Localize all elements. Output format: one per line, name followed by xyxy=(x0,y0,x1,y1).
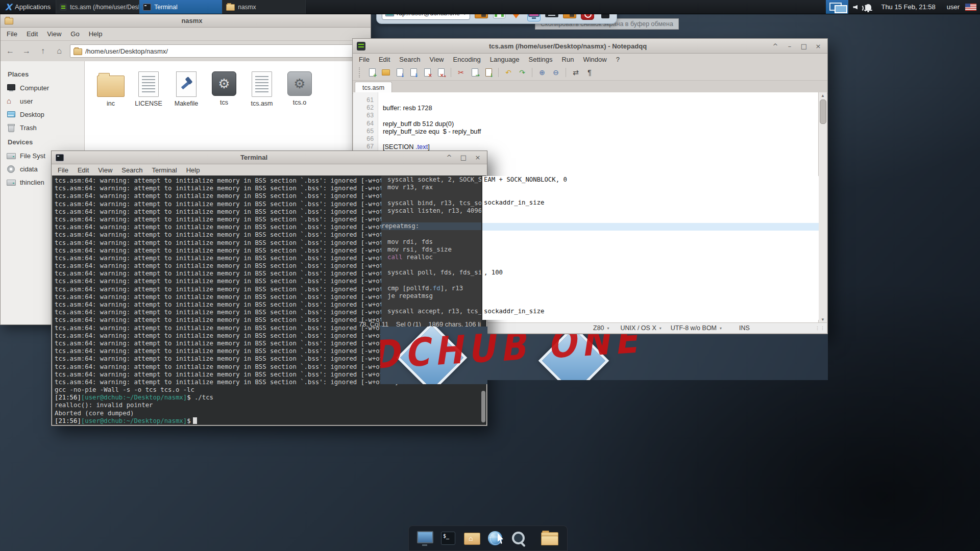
notifications-bell-icon[interactable] xyxy=(862,0,875,14)
scroll-down-icon[interactable]: ▼ xyxy=(819,317,827,322)
npp-menu-item[interactable]: Search xyxy=(399,56,420,63)
language-selector[interactable]: Z80▾ xyxy=(593,324,609,332)
dock-search-icon[interactable] xyxy=(510,530,527,547)
fm-titlebar[interactable]: nasmx xyxy=(1,14,371,28)
up-button[interactable]: ↑ xyxy=(37,46,48,56)
maximize-button[interactable]: □ xyxy=(458,154,469,161)
keyboard-layout-flag-icon[interactable] xyxy=(965,3,977,11)
places-header: Places xyxy=(8,70,84,78)
path-text: /home/user/Desktop/nasmx/ xyxy=(85,47,168,55)
terminal-prompt-line: [21:56][user@dchub:~/Desktop/nasmx]$ xyxy=(55,417,486,425)
terminal-scrollbar-thumb[interactable] xyxy=(481,391,485,422)
folder-icon xyxy=(226,4,235,11)
code-line: reply_buff db 512 dup(0) xyxy=(383,120,819,128)
encoding-selector[interactable]: UTF-8 w/o BOM▾ xyxy=(671,324,722,332)
fm-menu-item[interactable]: Go xyxy=(70,30,79,38)
close-file-icon[interactable]: × xyxy=(422,66,433,79)
redo-icon[interactable]: ↷ xyxy=(517,66,528,79)
file-item[interactable]: inc xyxy=(93,71,129,107)
fm-menu-item[interactable]: File xyxy=(7,30,17,38)
dock-home-icon[interactable]: ⌂ xyxy=(463,530,480,547)
shade-button[interactable]: ^ xyxy=(444,154,454,161)
terminal-menu-item[interactable]: File xyxy=(58,166,68,174)
terminal-menu-item[interactable]: Search xyxy=(121,166,142,174)
scroll-thumb[interactable] xyxy=(820,99,826,124)
open-file-icon[interactable] xyxy=(380,66,391,79)
terminal-menu-item[interactable]: View xyxy=(98,166,112,174)
xfce-logo-icon: X xyxy=(5,2,12,12)
npp-menu-item[interactable]: Edit xyxy=(379,56,390,63)
paste-icon[interactable]: ↓ xyxy=(483,66,494,79)
npp-menu-item[interactable]: Language xyxy=(490,56,520,63)
disc-icon xyxy=(7,165,16,173)
computer-icon xyxy=(7,84,16,92)
fm-menu-item[interactable]: View xyxy=(47,30,61,38)
sidebar-item-user[interactable]: ⌂ user xyxy=(7,94,84,108)
shade-button[interactable]: ^ xyxy=(770,42,780,50)
dock-display-icon[interactable] xyxy=(416,530,433,547)
tab-tcs-asm[interactable]: tcs.asm xyxy=(355,82,392,93)
terminal-menu-item[interactable]: Terminal xyxy=(152,166,177,174)
npp-menu-item[interactable]: ? xyxy=(616,56,620,63)
back-button[interactable]: ← xyxy=(5,46,16,56)
copy-icon[interactable]: → xyxy=(469,66,480,79)
clock[interactable]: Thu 15 Feb, 21:58 xyxy=(875,3,941,11)
code-fragment: , 100 xyxy=(484,269,503,277)
code-lines: buffer: resb 1728 reply_buff db 512 dup(… xyxy=(383,92,819,151)
npp-menu-item[interactable]: View xyxy=(430,56,444,63)
terminal-menu-item[interactable]: Help xyxy=(186,166,200,174)
terminal-titlebar[interactable]: Terminal ^ □ × xyxy=(52,151,487,164)
show-symbols-icon[interactable]: ¶ xyxy=(584,66,595,79)
sidebar-item-computer[interactable]: Computer xyxy=(7,81,84,94)
eol-selector[interactable]: UNIX / OS X▾ xyxy=(621,324,662,332)
sidebar-item-desktop[interactable]: Desktop xyxy=(7,108,84,121)
npp-menu-item[interactable]: File xyxy=(359,56,370,63)
new-file-icon[interactable]: + xyxy=(366,66,378,79)
volume-icon[interactable] xyxy=(848,0,862,14)
zoom-in-icon[interactable]: ⊕ xyxy=(536,66,548,79)
dock-files-icon[interactable] xyxy=(541,530,558,547)
top-panel: X Applications tcs.asm (/home/user/Deskt… xyxy=(0,0,980,14)
taskbar-button-notepadqq[interactable]: tcs.asm (/home/user/Deskt... xyxy=(56,0,139,14)
save-icon[interactable]: ↓ xyxy=(394,66,405,79)
file-item[interactable]: tcs.asm xyxy=(244,71,280,107)
current-line-highlight xyxy=(482,223,819,231)
npp-menu-item[interactable]: Settings xyxy=(529,56,553,63)
npp-titlebar[interactable]: tcs.asm (/home/user/Desktop/nasmx) - Not… xyxy=(353,39,827,54)
npp-scrollbar[interactable]: ▲ ▼ xyxy=(818,92,827,323)
minimize-button[interactable]: – xyxy=(785,42,795,50)
home-button[interactable]: ⌂ xyxy=(54,46,65,56)
applications-menu[interactable]: X Applications xyxy=(0,0,56,14)
forward-button[interactable]: → xyxy=(21,46,32,56)
sidebar-item-trash[interactable]: Trash xyxy=(7,121,84,134)
zoom-out-icon[interactable]: ⊖ xyxy=(550,66,561,79)
word-wrap-icon[interactable]: ⇄ xyxy=(570,66,581,79)
npp-menu-item[interactable]: Run xyxy=(562,56,574,63)
window-switcher-icon[interactable] xyxy=(826,0,848,14)
file-item[interactable]: Makefile xyxy=(168,71,204,107)
fm-menu-item[interactable]: Help xyxy=(89,30,103,38)
taskbar-button-nasmx[interactable]: nasmx xyxy=(223,0,306,14)
dock-terminal-icon[interactable]: $_ xyxy=(439,530,457,547)
npp-menu-item[interactable]: Encoding xyxy=(453,56,481,63)
terminal-menubar: FileEditViewSearchTerminalHelp xyxy=(52,164,487,176)
npp-window-title: tcs.asm (/home/user/Desktop/nasmx) - Not… xyxy=(370,42,766,50)
undo-icon[interactable]: ↶ xyxy=(503,66,514,79)
path-bar[interactable]: /home/user/Desktop/nasmx/ xyxy=(70,44,366,58)
file-item[interactable]: ⚙ tcs.o xyxy=(282,71,317,106)
npp-menu-item[interactable]: Window xyxy=(583,56,606,63)
terminal-menu-item[interactable]: Edit xyxy=(78,166,89,174)
close-all-icon[interactable]: ×ₓ xyxy=(435,66,447,79)
fm-menu-item[interactable]: Edit xyxy=(27,30,38,38)
maximize-button[interactable]: □ xyxy=(799,42,809,50)
file-item[interactable]: LICENSE xyxy=(131,71,166,107)
toolbar-grip xyxy=(359,67,362,78)
resize-grip[interactable]: ⋮⋮ xyxy=(815,325,825,331)
close-button[interactable]: × xyxy=(813,42,823,50)
file-item[interactable]: ⚙ tcs xyxy=(206,71,242,106)
cut-icon[interactable]: ✂ xyxy=(455,66,467,79)
taskbar-button-terminal[interactable]: Terminal xyxy=(139,0,223,14)
save-all-icon[interactable]: ⇓ xyxy=(408,66,419,79)
scroll-up-icon[interactable]: ▲ xyxy=(819,93,827,98)
close-button[interactable]: × xyxy=(473,154,483,161)
